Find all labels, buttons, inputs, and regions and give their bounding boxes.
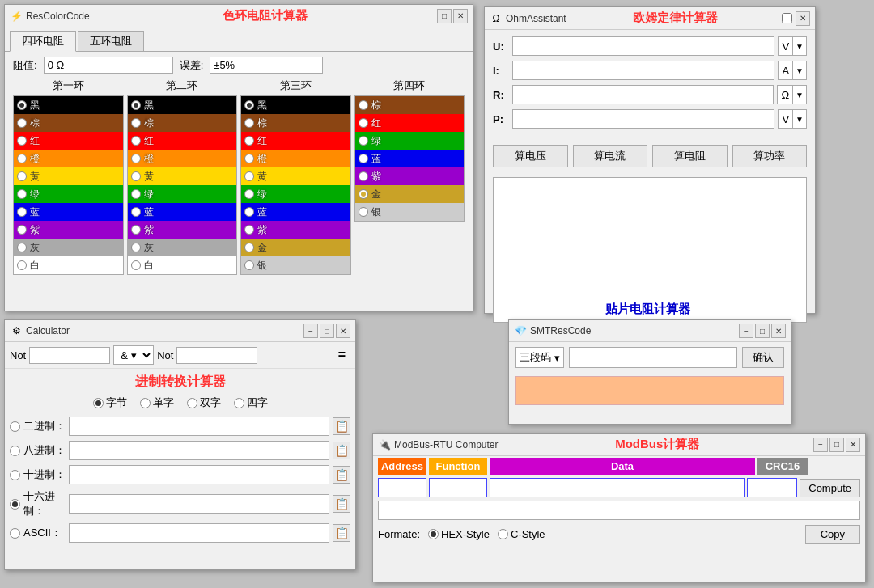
ring3-black[interactable]: 黑 (241, 96, 350, 114)
ring1-green[interactable]: 绿 (14, 185, 123, 203)
ohm-p-input[interactable] (512, 109, 774, 129)
rescolor-minimize-btn[interactable]: □ (437, 9, 452, 23)
ring3-silver[interactable]: 银 (241, 256, 350, 274)
modbus-copy-btn[interactable]: Copy (805, 525, 860, 544)
ring1-white[interactable]: 白 (14, 256, 123, 274)
ring2-brown[interactable]: 棕 (128, 114, 237, 132)
modbus-function-input[interactable] (429, 478, 487, 497)
ring4-green[interactable]: 绿 (355, 132, 465, 150)
calc-ascii-input[interactable] (69, 523, 329, 543)
ohm-u-input[interactable] (512, 36, 774, 56)
calc-decimal-copy-icon[interactable]: 📋 (333, 466, 350, 484)
ring4-red[interactable]: 红 (355, 114, 465, 132)
calc-top-input2[interactable] (176, 347, 257, 364)
calc-octal-copy-icon[interactable]: 📋 (333, 442, 350, 459)
ohm-close-btn[interactable]: ✕ (796, 11, 810, 26)
ring3-gold[interactable]: 金 (241, 239, 350, 256)
ring2-black[interactable]: 黑 (128, 96, 237, 114)
smt-close-btn[interactable]: ✕ (771, 324, 786, 338)
ring2-blue[interactable]: 蓝 (128, 203, 237, 221)
calc-hex-copy-icon[interactable]: 📋 (333, 495, 350, 513)
ring2-red[interactable]: 红 (128, 132, 237, 150)
ring2-green[interactable]: 绿 (128, 185, 237, 203)
calc-radio-byte[interactable]: 字节 (93, 396, 127, 410)
modbus-crc16-input[interactable] (747, 478, 797, 497)
calc-current-btn[interactable]: 算电流 (573, 145, 648, 167)
calc-voltage-btn[interactable]: 算电压 (493, 145, 568, 167)
modbus-compute-btn[interactable]: Compute (800, 479, 860, 497)
calc-hex-radio[interactable] (10, 499, 20, 510)
ring4-purple[interactable]: 紫 (355, 167, 465, 185)
modbus-c-style-radio[interactable]: C-Style (498, 528, 545, 540)
ring3-red[interactable]: 红 (241, 132, 350, 150)
tab-four-ring[interactable]: 四环电阻 (10, 31, 76, 52)
ohm-i-input[interactable] (512, 61, 774, 80)
modbus-hex-style-radio[interactable]: HEX-Style (428, 528, 490, 540)
calc-ascii-radio[interactable] (10, 528, 20, 539)
ring3-green[interactable]: 绿 (241, 185, 350, 203)
smt-maximize-btn[interactable]: □ (755, 324, 770, 338)
calc-decimal-radio[interactable] (10, 470, 20, 480)
calc-resistance-btn[interactable]: 算电阻 (652, 145, 728, 167)
calc-radio-word[interactable]: 单字 (140, 396, 174, 410)
smt-code-input[interactable] (569, 347, 737, 368)
smt-confirm-btn[interactable]: 确认 (742, 347, 784, 368)
calc-radio-dword[interactable]: 双字 (187, 396, 221, 410)
ohm-checkbox[interactable] (782, 13, 792, 23)
ring2-white[interactable]: 白 (128, 256, 237, 274)
modbus-data-input[interactable] (490, 478, 745, 497)
ring1-gray[interactable]: 灰 (14, 239, 123, 256)
ring1-yellow[interactable]: 黄 (14, 167, 123, 185)
ring3-brown[interactable]: 棕 (241, 114, 350, 132)
ohm-u-unit-arrow[interactable]: ▼ (792, 37, 806, 55)
modbus-maximize-btn[interactable]: □ (829, 438, 844, 452)
modbus-result-input[interactable] (378, 501, 860, 520)
smt-select[interactable]: 三段码 ▾ (515, 347, 564, 368)
ring2-purple[interactable]: 紫 (128, 221, 237, 239)
modbus-minimize-btn[interactable]: − (813, 438, 828, 452)
modbus-close-btn[interactable]: ✕ (846, 438, 860, 452)
rescolor-close-btn[interactable]: ✕ (453, 9, 468, 23)
ring1-blue[interactable]: 蓝 (14, 203, 123, 221)
tab-five-ring[interactable]: 五环电阻 (78, 31, 144, 51)
ohm-p-unit-arrow[interactable]: ▼ (792, 110, 806, 128)
ring4-silver[interactable]: 银 (355, 203, 465, 221)
ring3-blue[interactable]: 蓝 (241, 203, 350, 221)
calc-decimal-input[interactable] (69, 465, 329, 484)
ring4-brown[interactable]: 棕 (355, 96, 465, 114)
calc-hex-input[interactable] (69, 494, 329, 514)
calc-binary-copy-icon[interactable]: 📋 (333, 417, 350, 435)
ring2-orange[interactable]: 橙 (128, 150, 237, 167)
ring4-gold[interactable]: 金 (355, 185, 465, 203)
calc-operator-select[interactable]: & ▾ | ▾ ^ ▾ (113, 345, 154, 365)
ring1-red[interactable]: 红 (14, 132, 123, 150)
ring1-purple[interactable]: 紫 (14, 221, 123, 239)
ring3-yellow[interactable]: 黄 (241, 167, 350, 185)
calc-minimize-btn[interactable]: − (303, 324, 318, 338)
ohm-r-input[interactable] (512, 85, 774, 104)
calc-ascii-copy-icon[interactable]: 📋 (333, 524, 350, 542)
ohm-r-unit-arrow[interactable]: ▼ (792, 86, 806, 104)
smt-minimize-btn[interactable]: − (739, 324, 753, 338)
ring2-yellow[interactable]: 黄 (128, 167, 237, 185)
calc-maximize-btn[interactable]: □ (320, 324, 334, 338)
calc-octal-input[interactable] (69, 441, 329, 460)
calc-power-btn[interactable]: 算功率 (732, 145, 808, 167)
ring1-brown[interactable]: 棕 (14, 114, 123, 132)
calc-octal-radio[interactable] (10, 446, 20, 456)
tolerance-input[interactable] (210, 57, 323, 74)
modbus-address-input[interactable] (378, 478, 426, 497)
ring1-orange[interactable]: 橙 (14, 150, 123, 167)
resistance-input[interactable] (44, 57, 173, 74)
ohm-i-unit-arrow[interactable]: ▼ (792, 61, 806, 79)
calc-close-btn[interactable]: ✕ (336, 324, 350, 338)
ring3-purple[interactable]: 紫 (241, 221, 350, 239)
ring4-blue[interactable]: 蓝 (355, 150, 465, 167)
calc-binary-radio[interactable] (10, 421, 20, 432)
ring2-gray[interactable]: 灰 (128, 239, 237, 256)
calc-binary-input[interactable] (69, 417, 329, 436)
ring1-black[interactable]: 黑 (14, 96, 123, 114)
ring3-orange[interactable]: 橙 (241, 150, 350, 167)
calc-top-input1[interactable] (29, 347, 110, 364)
calc-radio-qword[interactable]: 四字 (234, 396, 268, 410)
